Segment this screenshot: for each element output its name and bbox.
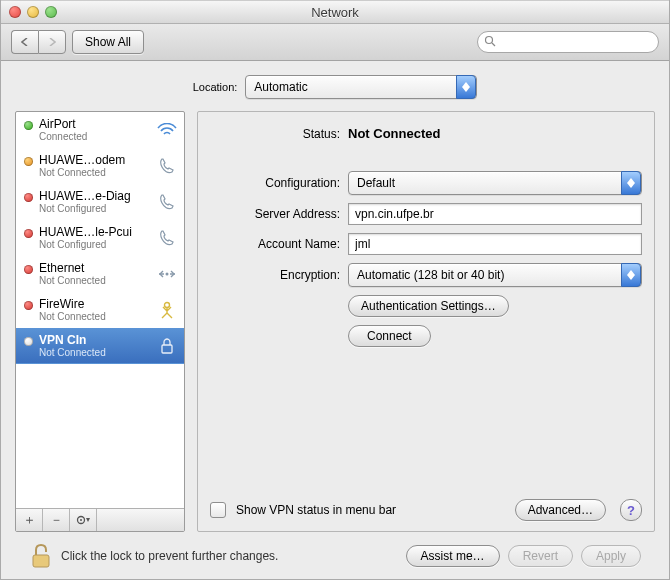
service-status: Not Configured: [39, 239, 150, 250]
show-vpn-label: Show VPN status in menu bar: [236, 503, 396, 517]
service-item-modem2[interactable]: HUAWE…e-Diag Not Configured: [16, 184, 184, 220]
service-name: Ethernet: [39, 261, 150, 275]
encryption-popup[interactable]: Automatic (128 bit or 40 bit): [348, 263, 642, 287]
wifi-icon: [156, 120, 178, 140]
auth-settings-button[interactable]: Authentication Settings…: [348, 295, 509, 317]
service-item-firewire[interactable]: FireWire Not Connected: [16, 292, 184, 328]
svg-point-6: [80, 519, 82, 521]
list-action-bar: ＋ －: [16, 508, 184, 531]
services-scroll[interactable]: AirPort Connected HUAWE…odem Not Connect…: [16, 112, 184, 508]
gear-icon: [76, 514, 91, 526]
service-status: Not Connected: [39, 311, 150, 322]
phone-icon: [156, 156, 178, 176]
service-name: HUAWE…le-Pcui: [39, 225, 150, 239]
svg-point-0: [486, 37, 493, 44]
body: Location: Automatic AirPort: [1, 61, 669, 580]
service-item-modem1[interactable]: HUAWE…odem Not Connected: [16, 148, 184, 184]
service-item-modem3[interactable]: HUAWE…le-Pcui Not Configured: [16, 220, 184, 256]
encryption-row: Encryption: Automatic (128 bit or 40 bit…: [210, 263, 642, 287]
remove-service-button[interactable]: －: [43, 509, 70, 531]
status-dot-icon: [24, 193, 33, 202]
service-item-airport[interactable]: AirPort Connected: [16, 112, 184, 148]
service-status: Not Connected: [39, 167, 150, 178]
service-item-ethernet[interactable]: Ethernet Not Connected: [16, 256, 184, 292]
chevron-down-icon: [462, 87, 470, 92]
help-button[interactable]: ?: [620, 499, 642, 521]
lock-icon[interactable]: [29, 542, 53, 570]
connect-button[interactable]: Connect: [348, 325, 431, 347]
service-status: Not Configured: [39, 203, 150, 214]
show-all-button[interactable]: Show All: [72, 30, 144, 54]
search-wrap: [477, 31, 659, 53]
status-dot-icon: [24, 121, 33, 130]
location-value: Automatic: [254, 80, 307, 94]
status-value: Not Connected: [348, 126, 440, 141]
service-list: AirPort Connected HUAWE…odem Not Connect…: [15, 111, 185, 532]
server-address-field[interactable]: [348, 203, 642, 225]
lock-icon: [156, 336, 178, 356]
account-name-field[interactable]: [348, 233, 642, 255]
service-name: AirPort: [39, 117, 150, 131]
status-dot-icon: [24, 229, 33, 238]
account-name-row: Account Name:: [210, 233, 642, 255]
server-address-label: Server Address:: [210, 207, 340, 221]
service-status: Not Connected: [39, 275, 150, 286]
service-name: FireWire: [39, 297, 150, 311]
service-name: HUAWE…odem: [39, 153, 150, 167]
service-status: Connected: [39, 131, 150, 142]
server-address-row: Server Address:: [210, 203, 642, 225]
service-status: Not Connected: [39, 347, 150, 358]
lock-text: Click the lock to prevent further change…: [61, 549, 398, 563]
ethernet-icon: [156, 264, 178, 284]
status-dot-icon: [24, 157, 33, 166]
connect-row: Connect: [348, 325, 642, 347]
status-row: Status: Not Connected: [210, 126, 642, 141]
columns: AirPort Connected HUAWE…odem Not Connect…: [15, 111, 655, 532]
auth-row: Authentication Settings…: [348, 295, 642, 317]
status-dot-icon: [24, 337, 33, 346]
search-icon: [484, 35, 496, 49]
service-item-vpn[interactable]: VPN CIn Not Connected: [16, 328, 184, 364]
footer: Click the lock to prevent further change…: [15, 532, 655, 580]
status-dot-icon: [24, 265, 33, 274]
apply-button[interactable]: Apply: [581, 545, 641, 567]
configuration-row: Configuration: Default: [210, 171, 642, 195]
sidebar: AirPort Connected HUAWE…odem Not Connect…: [15, 111, 185, 532]
advanced-button[interactable]: Advanced…: [515, 499, 606, 521]
phone-icon: [156, 192, 178, 212]
detail-bottom-row: Show VPN status in menu bar Advanced… ?: [210, 499, 642, 521]
detail-panel: Status: Not Connected Configuration: Def…: [197, 111, 655, 532]
svg-point-2: [166, 272, 169, 275]
search-input[interactable]: [477, 31, 659, 53]
encryption-label: Encryption:: [210, 268, 340, 282]
configuration-label: Configuration:: [210, 176, 340, 190]
account-name-label: Account Name:: [210, 237, 340, 251]
service-name: VPN CIn: [39, 333, 150, 347]
firewire-icon: [156, 300, 178, 320]
window-title: Network: [1, 5, 669, 20]
service-name: HUAWE…e-Diag: [39, 189, 150, 203]
toolbar: Show All: [1, 24, 669, 61]
svg-point-3: [165, 302, 170, 307]
encryption-value: Automatic (128 bit or 40 bit): [357, 268, 504, 282]
status-label: Status:: [210, 127, 340, 141]
action-menu-button[interactable]: [70, 509, 97, 531]
chevron-left-icon: [21, 38, 29, 46]
status-dot-icon: [24, 301, 33, 310]
svg-line-1: [492, 43, 495, 46]
svg-rect-4: [162, 345, 172, 353]
show-vpn-checkbox[interactable]: [210, 502, 226, 518]
configuration-popup[interactable]: Default: [348, 171, 642, 195]
revert-button[interactable]: Revert: [508, 545, 573, 567]
add-service-button[interactable]: ＋: [16, 509, 43, 531]
network-prefs-window: Network Show All Location: Automatic: [0, 0, 670, 580]
back-button[interactable]: [11, 30, 38, 54]
configuration-value: Default: [357, 176, 395, 190]
assist-button[interactable]: Assist me…: [406, 545, 500, 567]
phone-icon: [156, 228, 178, 248]
titlebar: Network: [1, 0, 669, 24]
forward-button[interactable]: [38, 30, 66, 54]
location-popup[interactable]: Automatic: [245, 75, 477, 99]
chevron-right-icon: [48, 38, 56, 46]
nav-segment: [11, 30, 66, 54]
